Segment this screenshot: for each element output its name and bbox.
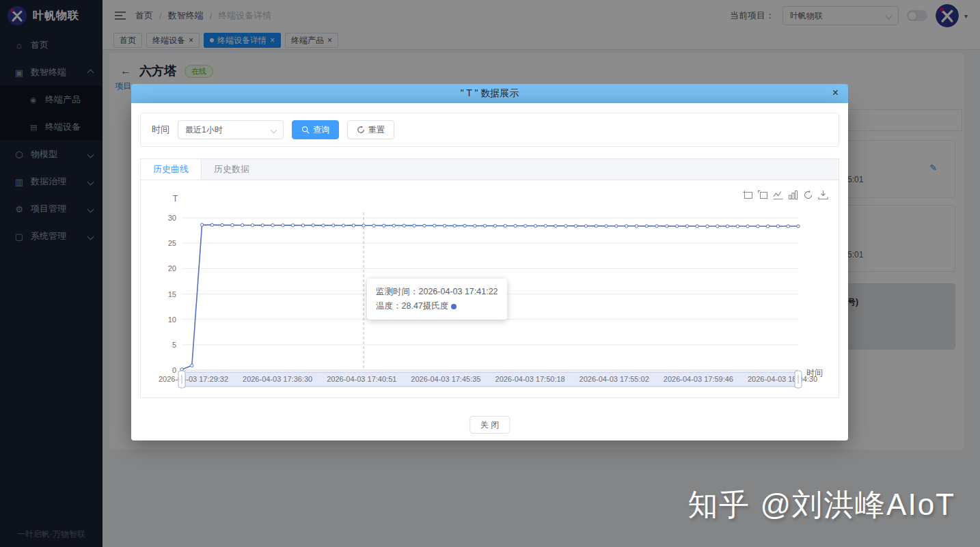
history-tabs-box: 历史曲线 历史数据 (140, 158, 839, 398)
tooltip-value-label: 温度： (376, 301, 402, 311)
svg-text:30: 30 (168, 214, 176, 222)
bar-chart-icon[interactable] (787, 189, 799, 201)
svg-text:20: 20 (168, 264, 176, 272)
svg-text:T: T (173, 194, 178, 204)
zoom-select-icon[interactable] (742, 189, 754, 201)
modal-body: 时间 最近1小时 查询 重置 历史曲线 (131, 103, 848, 440)
search-icon (301, 126, 310, 134)
svg-text:15: 15 (168, 290, 176, 298)
modal-title: " T " 数据展示 (461, 87, 519, 100)
svg-text:25: 25 (168, 239, 176, 247)
query-button[interactable]: 查询 (292, 120, 339, 139)
time-range-select[interactable]: 最近1小时 (178, 120, 284, 139)
svg-text:10: 10 (168, 315, 176, 324)
line-chart-icon[interactable] (772, 189, 784, 201)
chart-tooltip: 监测时间：2026-04-03 17:41:22 温度：28.47摄氏度 (367, 279, 507, 320)
svg-text:5: 5 (172, 341, 176, 349)
chevron-down-icon (271, 126, 277, 133)
reset-button[interactable]: 重置 (347, 120, 394, 139)
filter-bar: 时间 最近1小时 查询 重置 (140, 113, 839, 147)
modal-footer: 关 闭 (469, 416, 510, 434)
tooltip-time: 监测时间：2026-04-03 17:41:22 (376, 285, 498, 299)
svg-text:2026-04-03 17:59:46: 2026-04-03 17:59:46 (664, 375, 733, 383)
data-display-modal: " T " 数据展示 × 时间 最近1小时 查询 重置 (131, 84, 848, 440)
watermark-text: 知乎 @刘洪峰AIoT (688, 485, 955, 525)
restore-icon[interactable] (802, 189, 814, 201)
refresh-icon (357, 126, 365, 134)
download-icon[interactable] (817, 189, 829, 201)
svg-text:2026-04-03 17:29:32: 2026-04-03 17:29:32 (159, 375, 228, 383)
chart-area: 051015202530T2026-04-03 17:29:322026-04-… (141, 180, 839, 397)
svg-text:时间: 时间 (806, 368, 823, 378)
app-root: { "app": { "name": "叶帆物联", "slogan": "一叶… (0, 0, 980, 547)
svg-text:2026-04-03 17:50:18: 2026-04-03 17:50:18 (495, 375, 565, 383)
modal-close-button-label: 关 闭 (480, 419, 499, 431)
time-range-value: 最近1小时 (185, 124, 223, 136)
series-dot-icon (451, 304, 457, 309)
reset-button-label: 重置 (368, 124, 385, 136)
modal-close-icon[interactable]: × (832, 86, 839, 100)
svg-text:2026-04-03 17:55:02: 2026-04-03 17:55:02 (580, 375, 649, 383)
tooltip-value-text: 28.47摄氏度 (402, 301, 449, 311)
zoom-reset-icon[interactable] (757, 189, 769, 201)
svg-text:2026-04-03 17:36:30: 2026-04-03 17:36:30 (243, 375, 312, 383)
time-filter-label: 时间 (152, 124, 169, 136)
query-button-label: 查询 (313, 124, 329, 136)
history-tabs-header: 历史曲线 历史数据 (141, 159, 839, 180)
tab-history-data[interactable]: 历史数据 (202, 159, 262, 180)
svg-text:0: 0 (172, 366, 176, 374)
tab-history-curve[interactable]: 历史曲线 (141, 159, 202, 180)
modal-close-button[interactable]: 关 闭 (469, 416, 510, 434)
tooltip-value: 温度：28.47摄氏度 (376, 299, 498, 313)
svg-text:2026-04-03 17:40:51: 2026-04-03 17:40:51 (327, 375, 396, 383)
svg-text:2026-04-03 17:45:35: 2026-04-03 17:45:35 (411, 375, 480, 383)
modal-header[interactable]: " T " 数据展示 × (131, 84, 848, 103)
chart-toolbar (742, 189, 829, 201)
